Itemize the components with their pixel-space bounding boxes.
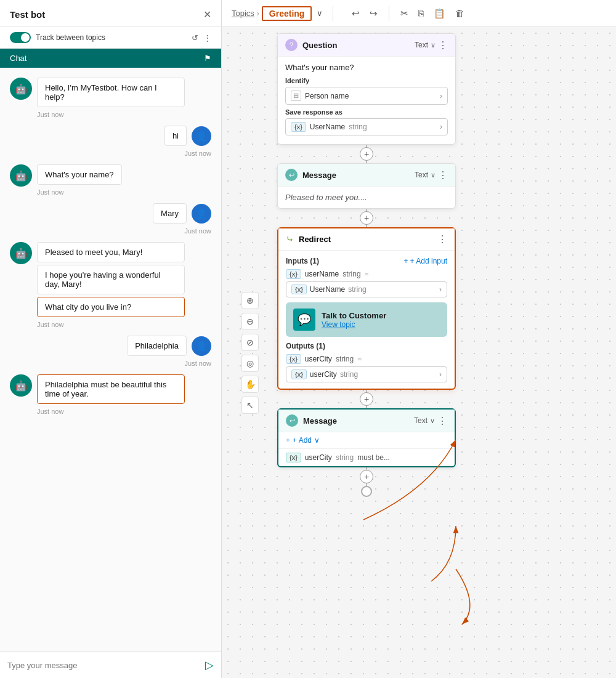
pan-target-button[interactable]: ◎ bbox=[241, 355, 259, 372]
zoom-reset-button[interactable]: ⊘ bbox=[241, 334, 259, 351]
cursor-tool-button[interactable]: ↖ bbox=[241, 397, 259, 414]
node-header-left: ? Question bbox=[285, 39, 337, 51]
add-step-button[interactable]: + bbox=[360, 147, 373, 161]
connector-line bbox=[366, 225, 367, 227]
track-toggle[interactable] bbox=[10, 32, 31, 43]
breadcrumb-current: Greeting bbox=[262, 6, 312, 21]
chat-tab[interactable]: Chat ⚑ bbox=[0, 49, 221, 68]
chevron-down-icon[interactable]: ∨ bbox=[317, 9, 323, 18]
message-node-1: ↩ Message Text ∨ ⋮ Pleased to meet you..… bbox=[277, 163, 456, 209]
bot-bubble: What's your name? bbox=[37, 164, 122, 185]
zoom-in-button[interactable]: ⊕ bbox=[241, 292, 259, 309]
bot-bubble: Pleased to meet you, Mary! bbox=[37, 242, 185, 262]
question-node-header: ? Question Text ∨ ⋮ bbox=[278, 34, 455, 57]
timestamp: Just now bbox=[185, 360, 211, 367]
redo-button[interactable]: ↪ bbox=[366, 6, 381, 22]
close-icon[interactable]: ✕ bbox=[203, 9, 211, 20]
flag-icon: ⚑ bbox=[204, 54, 211, 63]
zoom-out-button[interactable]: ⊖ bbox=[241, 313, 259, 330]
output-value-var: userCity bbox=[310, 370, 337, 379]
value-badge: {x} bbox=[291, 369, 307, 379]
hand-tool-button[interactable]: ✋ bbox=[241, 376, 259, 393]
undo-button[interactable]: ↩ bbox=[348, 6, 363, 22]
timestamp: Just now bbox=[185, 150, 211, 157]
save-label: Save response as bbox=[285, 108, 448, 116]
output-var-name: userCity bbox=[305, 355, 332, 363]
bot-bubble: Hello, I'm MyTestbot. How can I help? bbox=[37, 78, 185, 107]
copy-button[interactable]: ⎘ bbox=[415, 6, 428, 21]
flow-area: ? Question Text ∨ ⋮ What's your name? Id… bbox=[277, 33, 456, 497]
message-menu[interactable]: ⋮ bbox=[438, 169, 448, 181]
more-icon[interactable]: ⋮ bbox=[203, 33, 211, 42]
output-var-badge: {x} bbox=[286, 354, 301, 364]
redirect-node: ⤷ Redirect ⋮ Inputs (1) + + Add input bbox=[277, 227, 456, 390]
user-bubble-row: hi 👤 bbox=[164, 126, 211, 146]
message-node-2: ↩ Message Text ∨ ⋮ + + Add ∨ {x} bbox=[277, 408, 456, 467]
user-bubble: Philadelphia bbox=[127, 336, 187, 356]
cut-button[interactable]: ✂ bbox=[397, 6, 412, 22]
message-title-2: Message bbox=[303, 416, 337, 426]
save-var: UserName bbox=[310, 123, 345, 131]
plus-icon: + bbox=[404, 257, 408, 265]
connector-line bbox=[366, 161, 367, 163]
field-chevron-icon: › bbox=[439, 285, 442, 294]
input-value-field[interactable]: {x} UserName string › bbox=[286, 281, 447, 297]
chat-panel: Test bot ✕ Track between topics ↺ ⋮ Chat… bbox=[0, 0, 222, 678]
chat-input[interactable] bbox=[7, 661, 200, 670]
canvas-content: ⊕ ⊖ ⊘ ◎ ✋ ↖ ? Question Text ∨ ⋮ bbox=[222, 27, 616, 678]
type-chevron: ∨ bbox=[431, 41, 436, 49]
message-text: Pleased to meet you.... bbox=[285, 193, 448, 202]
output-value-field[interactable]: {x} userCity string › bbox=[286, 366, 447, 382]
add-row[interactable]: + + Add ∨ bbox=[278, 432, 455, 449]
input-var-row: {x} userName string = bbox=[286, 269, 447, 279]
add-step-button[interactable]: + bbox=[360, 211, 373, 225]
send-button[interactable]: ▷ bbox=[205, 658, 214, 672]
paste-button[interactable]: 📋 bbox=[430, 6, 449, 22]
canvas-topbar: Topics › Greeting ∨ ↩ ↪ ✂ ⎘ 📋 🗑 bbox=[222, 0, 616, 27]
must-be-text: must be... bbox=[357, 453, 390, 462]
bot-bubbles: Philadelphia must be beautiful this time… bbox=[37, 374, 185, 415]
toolbar-actions: ↩ ↪ ✂ ⎘ 📋 🗑 bbox=[348, 6, 468, 22]
redirect-header-left: ⤷ Redirect bbox=[286, 233, 331, 245]
output-var-row: {x} userCity string = bbox=[286, 354, 447, 364]
user-avatar: 👤 bbox=[192, 126, 211, 146]
message-menu-2[interactable]: ⋮ bbox=[437, 415, 447, 427]
redirect-menu[interactable]: ⋮ bbox=[437, 233, 447, 245]
chat-header: Test bot ✕ bbox=[0, 0, 221, 27]
table-icon: ⊞ bbox=[291, 91, 301, 101]
message-type: Text bbox=[415, 171, 428, 179]
user-bubble-row: Mary 👤 bbox=[153, 203, 211, 224]
view-topic-link[interactable]: View topic bbox=[322, 320, 386, 329]
list-item: hi 👤 Just now bbox=[10, 126, 211, 157]
timestamp: Just now bbox=[37, 408, 185, 415]
node-header-right: Text ∨ ⋮ bbox=[415, 169, 448, 181]
add-input-button[interactable]: + + Add input bbox=[404, 257, 447, 265]
connector-1: + bbox=[277, 145, 456, 163]
save-field[interactable]: {x} UserName string › bbox=[285, 118, 448, 135]
add-label: + Add bbox=[293, 436, 312, 445]
redirect-title: Redirect bbox=[299, 235, 331, 244]
var-badge: {x} bbox=[291, 122, 306, 132]
chat-tab-label: Chat bbox=[10, 54, 26, 63]
output-var-eq: = bbox=[357, 355, 362, 363]
userCity-type: string bbox=[336, 453, 354, 462]
talk-to-customer-block: 💬 Talk to Customer View topic bbox=[286, 302, 447, 337]
message-title: Message bbox=[302, 171, 336, 180]
user-bubble: hi bbox=[164, 126, 187, 146]
input-value-type: string bbox=[348, 285, 366, 294]
list-item: 🤖 Philadelphia must be beautiful this ti… bbox=[10, 374, 211, 415]
chat-input-area: ▷ bbox=[0, 652, 221, 678]
add-step-button[interactable]: + bbox=[360, 470, 373, 483]
refresh-icon[interactable]: ↺ bbox=[192, 33, 198, 42]
breadcrumb-topics[interactable]: Topics bbox=[232, 9, 254, 18]
identify-field[interactable]: ⊞ Person name › bbox=[285, 87, 448, 105]
question-menu[interactable]: ⋮ bbox=[438, 39, 448, 51]
bot-title: Test bot bbox=[10, 9, 45, 20]
question-type: Text bbox=[415, 41, 428, 49]
user-bubble: Mary bbox=[153, 203, 187, 224]
bot-bubble-highlighted: What city do you live in? bbox=[37, 297, 185, 317]
delete-button[interactable]: 🗑 bbox=[452, 6, 468, 21]
add-step-button[interactable]: + bbox=[360, 392, 373, 406]
type-chevron: ∨ bbox=[430, 417, 435, 425]
userCity-var: userCity bbox=[305, 453, 332, 462]
